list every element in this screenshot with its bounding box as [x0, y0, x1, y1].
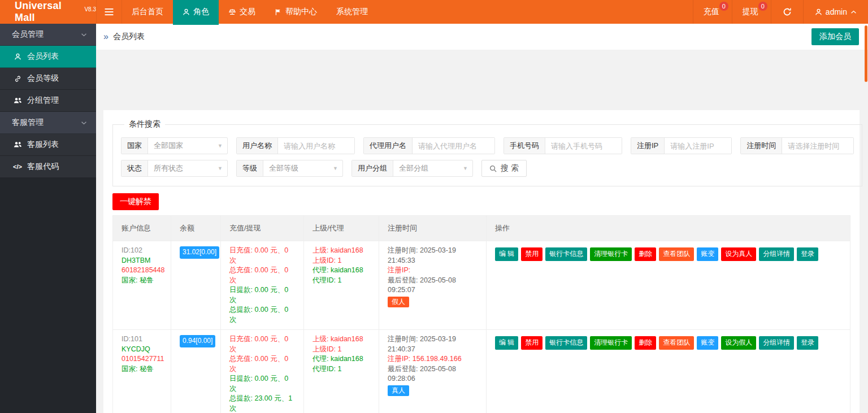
field-label: 等级 — [237, 160, 263, 176]
login-button[interactable]: 登录 — [797, 247, 818, 261]
account-change-button[interactable]: 账变 — [697, 336, 718, 350]
scrollbar-thumb[interactable] — [865, 25, 867, 82]
topbar-nav: 后台首页 角色 交易 帮助中心 系统管理 — [122, 0, 377, 24]
edit-button[interactable]: 编 辑 — [495, 336, 518, 350]
sidebar-section-cs-management[interactable]: 客服管理 — [0, 112, 96, 134]
chevron-down-icon: ▼ — [333, 166, 338, 171]
info-line: 总提款: 0.00 元、0次 — [229, 305, 295, 325]
set-real-button[interactable]: 设为真人 — [721, 247, 756, 261]
delete-button[interactable]: 删除 — [635, 247, 656, 261]
phone-field[interactable] — [545, 138, 622, 154]
withdraw-action[interactable]: 提现 0 — [732, 0, 771, 24]
info-line: 日提款: 0.00 元、0次 — [229, 374, 295, 394]
sidebar-item-label: 客服列表 — [27, 140, 59, 150]
column-header: 余额 — [171, 216, 221, 241]
chevron-up-icon — [850, 10, 857, 14]
field-label: 用户分组 — [352, 160, 393, 176]
sidebar-section-member-management[interactable]: 会员管理 — [0, 24, 96, 46]
account-cell: ID:102 DH3TBM 60182185448 国家: 秘鲁 — [113, 241, 171, 330]
member-account-number: 01015427711 — [121, 354, 162, 364]
person-type-badge: 真人 — [388, 385, 409, 397]
info-line: 上级: kaidan168 — [313, 334, 370, 345]
nav-help-center[interactable]: 帮助中心 — [265, 0, 327, 24]
nav-trade[interactable]: 交易 — [219, 0, 265, 24]
username-field[interactable] — [278, 138, 354, 154]
search-legend: 条件搜索 — [124, 119, 165, 129]
info-line: 总充值: 0.00 元、0次 — [229, 354, 295, 374]
sidebar-item-label: 会员等级 — [27, 73, 59, 84]
delete-button[interactable]: 删除 — [635, 336, 656, 350]
main-area: » 会员列表 添加会员 条件搜索 国家全部国家▼用户名称代理用户名手机号码注册I… — [96, 24, 868, 413]
breadcrumb-chevrons-icon: » — [103, 32, 108, 42]
country-select[interactable]: 全部国家▼ — [148, 138, 227, 154]
brand-logo[interactable]: Universal Mall V8.3 — [0, 0, 96, 24]
unban-all-button[interactable]: 一键解禁 — [112, 193, 159, 210]
member-country: 国家: 秘鲁 — [121, 276, 162, 286]
bankcard-info-button[interactable]: 银行卡信息 — [545, 247, 587, 261]
sidebar-item-member-level[interactable]: 会员等级 — [0, 68, 96, 90]
ops-cell: 编 辑禁用银行卡信息清理银行卡删除查看团队账变设为真人分组详情登录 — [487, 241, 850, 330]
agent-username-field[interactable] — [413, 138, 494, 154]
disable-button[interactable]: 禁用 — [521, 247, 542, 261]
chevron-down-icon — [81, 121, 87, 125]
view-team-button[interactable]: 查看团队 — [659, 336, 694, 350]
user-menu[interactable]: admin — [803, 0, 868, 24]
search-button[interactable]: 搜 索 — [481, 160, 527, 177]
member-account-number: 60182185448 — [121, 266, 162, 276]
nav-label: 交易 — [240, 7, 255, 17]
nav-system[interactable]: 系统管理 — [327, 0, 377, 24]
info-line: 日充值: 0.00 元、0次 — [229, 334, 295, 354]
level-select[interactable]: 全部等级▼ — [263, 160, 342, 176]
breadcrumb-bar: » 会员列表 添加会员 — [96, 24, 868, 50]
field-label: 用户名称 — [237, 138, 278, 154]
add-member-button[interactable]: 添加会员 — [811, 28, 859, 45]
register-ip: 注册IP: 156.198.49.166 — [388, 354, 478, 364]
chevron-down-icon — [81, 33, 87, 37]
balance-cell: 0.94[0.00] — [171, 330, 221, 413]
nav-role[interactable]: 角色 — [173, 0, 219, 24]
search-panel: 条件搜索 国家全部国家▼用户名称代理用户名手机号码注册IP注册时间状态所有状态▼… — [112, 119, 862, 186]
section-label: 会员管理 — [12, 29, 44, 40]
status-select[interactable]: 所有状态▼ — [148, 160, 227, 176]
login-button[interactable]: 登录 — [797, 336, 818, 350]
info-line: 上级ID: 1 — [313, 345, 370, 355]
bankcard-info-button[interactable]: 银行卡信息 — [545, 336, 587, 350]
register-time-field[interactable] — [782, 138, 853, 154]
count-badge: 0 — [719, 2, 728, 11]
action-label: 充值 — [704, 7, 719, 17]
account-change-button[interactable]: 账变 — [697, 247, 718, 261]
user-group-select[interactable]: 全部分组▼ — [393, 160, 472, 176]
last-login: 最后登陆: 2025-05-08 09:25:07 — [388, 276, 478, 295]
refresh-button[interactable] — [771, 0, 803, 24]
sidebar-item-cs-list[interactable]: 客服列表 — [0, 134, 96, 156]
sidebar-item-member-list[interactable]: 会员列表 — [0, 46, 96, 68]
member-country: 国家: 秘鲁 — [121, 364, 162, 375]
nav-dashboard[interactable]: 后台首页 — [122, 0, 173, 24]
ops-cell: 编 辑禁用银行卡信息清理银行卡删除查看团队账变设为假人分组详情登录 — [487, 330, 850, 413]
brand-version: V8.3 — [84, 6, 96, 12]
edit-button[interactable]: 编 辑 — [495, 247, 518, 261]
clear-bankcard-button[interactable]: 清理银行卡 — [590, 247, 632, 261]
recharge-action[interactable]: 充值 0 — [693, 0, 732, 24]
sidebar-item-group-management[interactable]: 分组管理 — [0, 90, 96, 112]
users-icon — [13, 97, 22, 104]
nav-label: 角色 — [193, 7, 209, 17]
sidebar: 会员管理 会员列表 会员等级 分组管理 客服管理 客服列表 </> 客服代码 — [0, 24, 96, 413]
group-detail-button[interactable]: 分组详情 — [759, 336, 794, 350]
clear-bankcard-button[interactable]: 清理银行卡 — [590, 336, 632, 350]
topbar-actions: 充值 0 提现 0 — [693, 0, 771, 24]
group-detail-button[interactable]: 分组详情 — [759, 247, 794, 261]
disable-button[interactable]: 禁用 — [521, 336, 542, 350]
sidebar-item-cs-code[interactable]: </> 客服代码 — [0, 156, 96, 178]
register-ip-field[interactable] — [665, 138, 731, 154]
view-team-button[interactable]: 查看团队 — [659, 247, 694, 261]
action-label: 提现 — [743, 7, 758, 17]
hamburger-menu-icon[interactable] — [96, 0, 122, 24]
finance-cell: 日充值: 0.00 元、0次总充值: 0.00 元、0次日提款: 0.00 元、… — [221, 330, 304, 413]
chevron-down-icon: ▼ — [218, 166, 223, 171]
info-line: 总充值: 0.00 元、0次 — [229, 266, 295, 285]
sidebar-item-label: 会员列表 — [27, 51, 59, 62]
set-fake-button[interactable]: 设为假人 — [721, 336, 756, 350]
flag-icon — [275, 8, 282, 16]
person-icon — [13, 53, 22, 60]
